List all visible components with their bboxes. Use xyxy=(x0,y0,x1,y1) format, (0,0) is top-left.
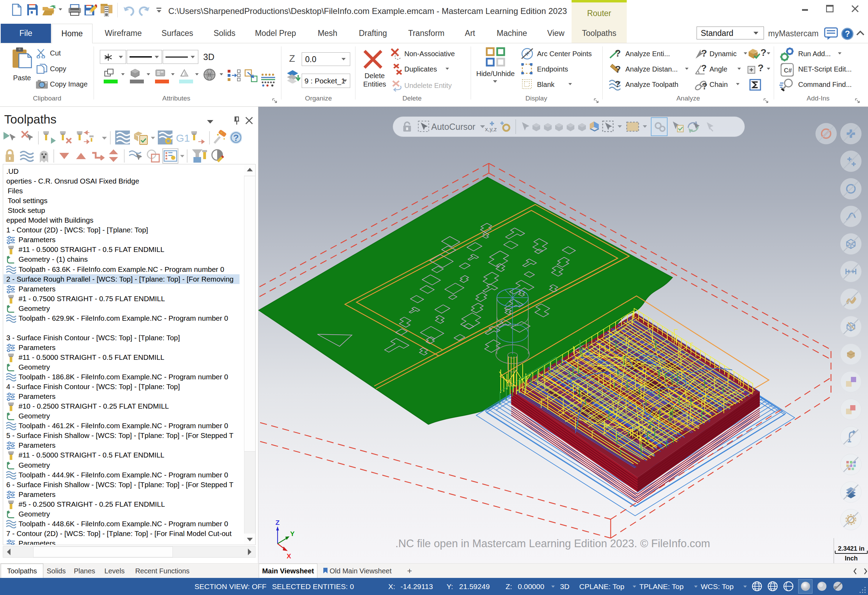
svg-text:?: ? xyxy=(615,79,620,89)
svg-text:II: II xyxy=(208,72,211,78)
svg-text:?: ? xyxy=(758,63,763,73)
svg-text:?: ? xyxy=(615,48,621,59)
svg-text:?: ? xyxy=(701,63,707,73)
svg-text:?: ? xyxy=(760,47,766,58)
svg-text:Z: Z xyxy=(276,519,280,526)
svg-text:AutoCursor: AutoCursor xyxy=(431,122,475,131)
svg-text:?: ? xyxy=(233,133,239,143)
svg-text:?: ? xyxy=(702,81,707,91)
svg-text:?: ? xyxy=(701,48,707,59)
svg-text:x,y,z: x,y,z xyxy=(485,126,497,133)
svg-text:X: X xyxy=(286,552,291,560)
svg-text:?: ? xyxy=(845,29,850,38)
svg-text:G1: G1 xyxy=(176,132,190,144)
svg-text:C#: C# xyxy=(784,67,792,74)
svg-text:?: ? xyxy=(615,64,621,75)
svg-text:.NC file open in Mastercam Lea: .NC file open in Mastercam Learning Edit… xyxy=(395,538,710,549)
svg-text:Y: Y xyxy=(290,530,295,538)
